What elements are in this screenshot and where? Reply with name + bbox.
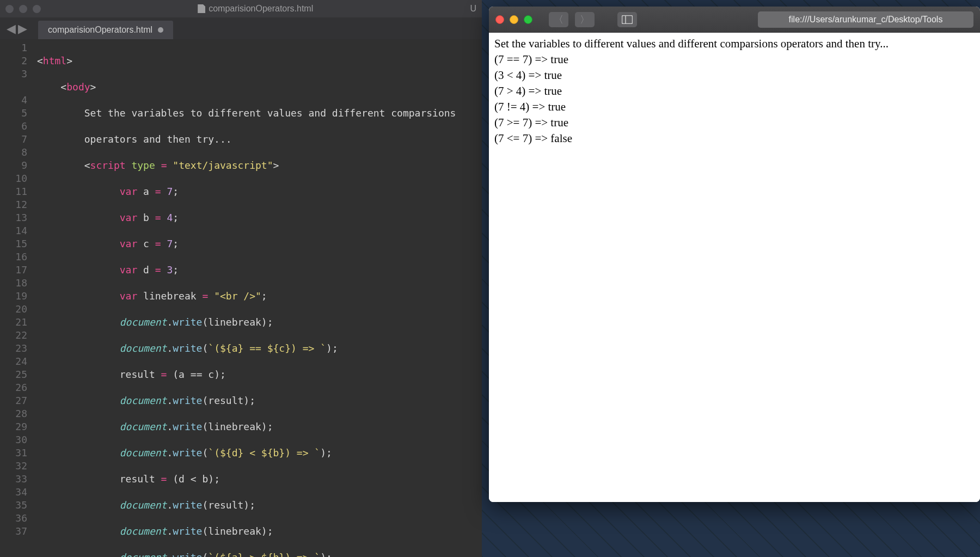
editor-tabbar: ◀ ▶ comparisionOperators.html: [0, 17, 482, 39]
browser-traffic-lights[interactable]: [495, 15, 532, 24]
editor-window: comparisionOperators.html U ◀ ▶ comparis…: [0, 0, 482, 557]
browser-window: 〈 〉 file:///Users/arunkumar_c/Desktop/To…: [489, 7, 980, 502]
browser-sidebar-toggle[interactable]: [617, 12, 637, 27]
output-line: (3 < 4) => true: [494, 68, 975, 83]
line-number: 10: [2, 172, 27, 185]
line-number: 9: [2, 159, 27, 172]
output-line: (7 != 4) => true: [494, 99, 975, 115]
output-line: (7 > 4) => true: [494, 83, 975, 99]
editor-traffic-max[interactable]: [33, 5, 41, 13]
line-number: 4: [2, 94, 27, 107]
editor-title-text: comparisionOperators.html: [209, 4, 313, 14]
chevron-right-icon: 〉: [580, 13, 590, 26]
document-icon: [198, 4, 205, 13]
browser-toolbar: 〈 〉 file:///Users/arunkumar_c/Desktop/To…: [489, 7, 980, 33]
line-number: 18: [2, 277, 27, 290]
line-number: 33: [2, 473, 27, 486]
line-number: 19: [2, 290, 27, 303]
line-number: 6: [2, 120, 27, 133]
sidebar-icon: [622, 15, 633, 24]
line-number: 22: [2, 329, 27, 342]
line-number: 31: [2, 446, 27, 460]
output-line: (7 <= 7) => false: [494, 131, 975, 146]
editor-tab-label: comparisionOperators.html: [48, 25, 152, 35]
nav-back-icon[interactable]: ◀: [7, 22, 16, 36]
line-number: 8: [2, 146, 27, 159]
editor-body[interactable]: 1 2 3 4 5 6 7 8 9 10 11 12 13 14 15 16 1…: [0, 39, 482, 557]
line-number: 37: [2, 525, 27, 538]
browser-fullscreen-button[interactable]: [524, 15, 532, 24]
line-number: 5: [2, 107, 27, 120]
output-line: (7 >= 7) => true: [494, 115, 975, 131]
editor-code[interactable]: <html> <body> Set the variables to diffe…: [34, 39, 482, 557]
editor-gutter: 1 2 3 4 5 6 7 8 9 10 11 12 13 14 15 16 1…: [0, 39, 34, 557]
line-number: 23: [2, 342, 27, 355]
line-number: 34: [2, 486, 27, 499]
editor-traffic-lights[interactable]: [5, 5, 41, 13]
chevron-left-icon: 〈: [554, 13, 564, 26]
line-number: 32: [2, 460, 27, 473]
output-line: (7 == 7) => true: [494, 52, 975, 68]
line-number: 21: [2, 316, 27, 329]
line-number: 27: [2, 394, 27, 407]
editor-title: comparisionOperators.html: [45, 4, 465, 14]
browser-url-text: file:///Users/arunkumar_c/Desktop/Tools: [789, 15, 943, 25]
editor-tab[interactable]: comparisionOperators.html: [38, 21, 173, 39]
line-number: 26: [2, 381, 27, 394]
line-number: 3: [2, 68, 27, 81]
line-number: 36: [2, 512, 27, 525]
editor-titlebar[interactable]: comparisionOperators.html U: [0, 0, 482, 17]
line-number: 1: [2, 41, 27, 54]
editor-traffic-close[interactable]: [5, 5, 14, 13]
line-number: 15: [2, 237, 27, 250]
output-line: Set the variables to different values an…: [494, 36, 975, 52]
browser-minimize-button[interactable]: [510, 15, 518, 24]
editor-status-letter: U: [470, 4, 476, 14]
browser-url-field[interactable]: file:///Users/arunkumar_c/Desktop/Tools: [758, 11, 973, 28]
line-number: 12: [2, 198, 27, 211]
line-number: 30: [2, 433, 27, 446]
editor-nav-arrows[interactable]: ◀ ▶: [7, 22, 27, 36]
line-number: 24: [2, 355, 27, 368]
browser-close-button[interactable]: [495, 15, 504, 24]
line-number: 28: [2, 407, 27, 420]
browser-page-content: Set the variables to different values an…: [489, 33, 980, 502]
editor-tab-dirty-dot: [158, 27, 163, 33]
browser-forward-button[interactable]: 〉: [575, 12, 595, 27]
line-number: 35: [2, 499, 27, 512]
svg-rect-0: [622, 15, 633, 23]
line-number: 2: [2, 54, 27, 68]
line-number: 16: [2, 250, 27, 264]
line-number: 17: [2, 264, 27, 277]
line-number: 13: [2, 211, 27, 224]
line-number: 14: [2, 224, 27, 237]
editor-traffic-min[interactable]: [19, 5, 27, 13]
line-number: 25: [2, 368, 27, 381]
nav-forward-icon[interactable]: ▶: [18, 22, 27, 36]
line-number: 20: [2, 303, 27, 316]
line-number: 11: [2, 185, 27, 198]
line-number: 7: [2, 133, 27, 146]
line-number: 29: [2, 420, 27, 433]
browser-back-button[interactable]: 〈: [549, 12, 568, 27]
